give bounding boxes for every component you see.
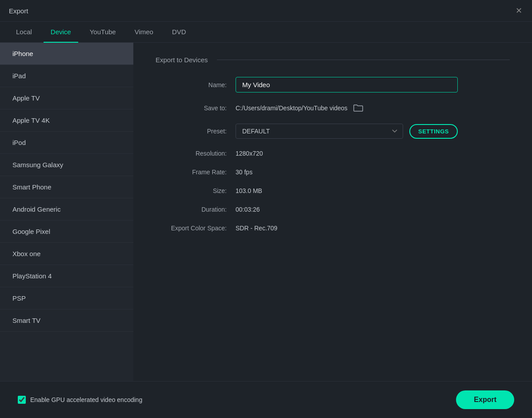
size-value: 103.0 MB	[236, 187, 262, 194]
preset-select[interactable]: DEFAULT HIGH QUALITY LOW QUALITY	[236, 124, 403, 139]
settings-button[interactable]: SETTINGS	[409, 124, 458, 139]
tab-youtube[interactable]: YouTube	[83, 22, 123, 43]
gpu-label: Enable GPU accelerated video encoding	[30, 396, 142, 403]
size-row: Size: 103.0 MB	[156, 187, 510, 195]
sidebar-item-iphone[interactable]: iPhone	[0, 43, 133, 65]
gpu-checkbox[interactable]	[18, 396, 26, 404]
save-to-container: C:/Users/drami/Desktop/YouTube videos	[236, 103, 458, 113]
duration-value-container: 00:03:26	[236, 205, 458, 213]
device-sidebar: iPhone iPad Apple TV Apple TV 4K iPod Sa…	[0, 43, 133, 381]
window-title: Export	[9, 7, 28, 15]
sidebar-item-android-generic[interactable]: Android Generic	[0, 198, 133, 221]
sidebar-item-samsung-galaxy[interactable]: Samsung Galaxy	[0, 154, 133, 176]
framerate-value: 30 fps	[236, 169, 252, 176]
sidebar-item-google-pixel[interactable]: Google Pixel	[0, 221, 133, 243]
bottom-bar: Enable GPU accelerated video encoding Ex…	[0, 381, 532, 418]
titlebar: Export ✕	[0, 0, 532, 22]
name-label: Name:	[156, 81, 236, 88]
preset-row: Preset: DEFAULT HIGH QUALITY LOW QUALITY…	[156, 124, 510, 139]
sidebar-item-apple-tv-4k[interactable]: Apple TV 4K	[0, 109, 133, 132]
size-label: Size:	[156, 187, 236, 194]
resolution-value-container: 1280x720	[236, 149, 458, 157]
color-space-value-container: SDR - Rec.709	[236, 224, 458, 232]
size-value-container: 103.0 MB	[236, 187, 458, 195]
section-title: Export to Devices	[156, 56, 208, 64]
section-divider	[217, 60, 510, 60]
framerate-value-container: 30 fps	[236, 168, 458, 176]
name-row: Name:	[156, 77, 510, 92]
duration-row: Duration: 00:03:26	[156, 205, 510, 213]
sidebar-item-ipad[interactable]: iPad	[0, 65, 133, 87]
resolution-row: Resolution: 1280x720	[156, 149, 510, 157]
sidebar-item-apple-tv[interactable]: Apple TV	[0, 87, 133, 109]
color-space-label: Export Color Space:	[156, 225, 236, 232]
sidebar-item-smart-phone[interactable]: Smart Phone	[0, 176, 133, 198]
preset-container: DEFAULT HIGH QUALITY LOW QUALITY SETTING…	[236, 124, 458, 139]
sidebar-item-smart-tv[interactable]: Smart TV	[0, 309, 133, 332]
section-header: Export to Devices	[156, 56, 510, 64]
color-space-row: Export Color Space: SDR - Rec.709	[156, 224, 510, 232]
resolution-label: Resolution:	[156, 150, 236, 157]
sidebar-item-xbox-one[interactable]: Xbox one	[0, 243, 133, 265]
tab-dvd[interactable]: DVD	[165, 22, 193, 43]
gpu-checkbox-row: Enable GPU accelerated video encoding	[18, 396, 142, 404]
sidebar-item-psp[interactable]: PSP	[0, 287, 133, 309]
preset-label: Preset:	[156, 128, 236, 135]
path-row: C:/Users/drami/Desktop/YouTube videos	[236, 103, 458, 113]
save-to-row: Save to: C:/Users/drami/Desktop/YouTube …	[156, 103, 510, 113]
color-space-value: SDR - Rec.709	[236, 225, 277, 232]
export-button[interactable]: Export	[456, 390, 514, 409]
name-input[interactable]	[236, 77, 458, 92]
framerate-label: Frame Rate:	[156, 169, 236, 176]
content-area: iPhone iPad Apple TV Apple TV 4K iPod Sa…	[0, 43, 532, 381]
resolution-value: 1280x720	[236, 150, 263, 157]
export-window: Export ✕ Local Device YouTube Vimeo DVD …	[0, 0, 532, 418]
tab-vimeo[interactable]: Vimeo	[128, 22, 160, 43]
duration-label: Duration:	[156, 206, 236, 213]
tab-local[interactable]: Local	[9, 22, 39, 43]
tab-device[interactable]: Device	[44, 22, 78, 43]
export-panel: Export to Devices Name: Save to: C:/User…	[133, 43, 532, 381]
close-button[interactable]: ✕	[514, 6, 523, 15]
save-path-text: C:/Users/drami/Desktop/YouTube videos	[236, 104, 348, 112]
duration-value: 00:03:26	[236, 206, 260, 213]
save-to-label: Save to:	[156, 104, 236, 112]
sidebar-item-ipod[interactable]: iPod	[0, 132, 133, 154]
preset-select-row: DEFAULT HIGH QUALITY LOW QUALITY SETTING…	[236, 124, 458, 139]
sidebar-item-playstation-4[interactable]: PlayStation 4	[0, 265, 133, 287]
framerate-row: Frame Rate: 30 fps	[156, 168, 510, 176]
tab-bar: Local Device YouTube Vimeo DVD	[0, 22, 532, 43]
folder-browse-button[interactable]	[352, 103, 364, 113]
name-field-container	[236, 77, 458, 92]
